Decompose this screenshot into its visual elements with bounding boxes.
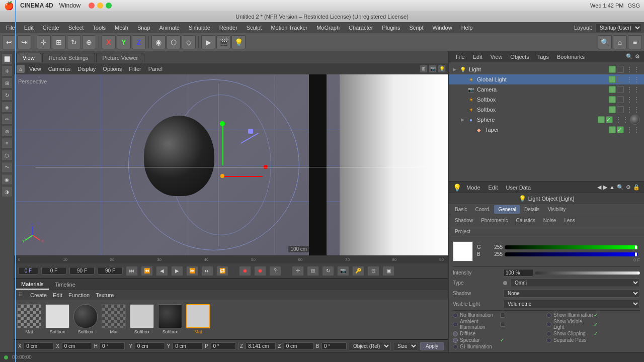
light-dots-icon[interactable]: ⋮⋮ — [626, 65, 640, 73]
global-light-dots-icon[interactable]: ⋮⋮ — [626, 75, 640, 83]
spline-tool[interactable]: 〜 — [2, 162, 13, 173]
props-tab-photometric[interactable]: Photometric — [477, 216, 512, 225]
viewport-menu-view[interactable]: View — [26, 65, 44, 73]
camera-btn[interactable]: 📷 — [337, 266, 349, 276]
om-tab-file[interactable]: File — [453, 53, 468, 61]
obj-row-softbox-1[interactable]: ☀ Softbox ⋮⋮ — [449, 95, 644, 105]
play-forward-button[interactable]: ▶ — [171, 266, 183, 276]
color-b-value[interactable]: 255 — [485, 251, 503, 257]
play-button[interactable]: ▶ — [201, 35, 215, 49]
expand-arrow-light[interactable]: ▶ — [453, 67, 459, 72]
maximize-button[interactable] — [106, 3, 112, 9]
props-tab-project[interactable]: Project — [451, 227, 474, 236]
sphere-render-toggle[interactable]: ✓ — [606, 116, 613, 123]
x-axis-btn[interactable]: X — [102, 35, 116, 49]
shape-tool[interactable]: ◈ — [2, 102, 13, 113]
sphere-vis-toggle[interactable] — [598, 116, 605, 123]
color-swatch[interactable] — [453, 241, 473, 261]
obj-row-sphere[interactable]: ▶ ● Sphere ✓ ⋮⋮ — [449, 115, 644, 125]
menu-render[interactable]: Render — [215, 24, 242, 32]
viewport-menu-filter[interactable]: Filter — [126, 65, 144, 73]
props-nav-next[interactable]: ▶ — [603, 184, 607, 191]
color-b-slider[interactable] — [505, 252, 638, 256]
move-tool[interactable]: ✛ — [37, 35, 51, 49]
softbox2-render-toggle[interactable] — [617, 106, 624, 113]
rot-b-input[interactable] — [321, 342, 347, 350]
menu-plugins[interactable]: Plugins — [378, 24, 404, 32]
light-render-toggle[interactable] — [617, 66, 624, 73]
props-lock-icon[interactable]: 🔒 — [633, 184, 640, 191]
menu-simulate[interactable]: Simulate — [185, 24, 214, 32]
paint-tool[interactable]: ✏ — [2, 114, 13, 125]
obj-row-camera[interactable]: 📷 Camera ⋮⋮ — [449, 84, 644, 95]
scale-tool-btn[interactable]: ⊞ — [2, 77, 13, 88]
playhead[interactable] — [15, 255, 16, 263]
props-tab-visibility[interactable]: Visibility — [544, 205, 570, 214]
viewport-home-icon[interactable]: ⌂ — [16, 64, 25, 73]
material-softbox-1[interactable]: Softbox — [44, 304, 70, 334]
size-y-input[interactable] — [173, 342, 203, 350]
taper-dots-icon[interactable]: ⋮⋮ — [626, 126, 640, 134]
om-tab-edit[interactable]: Edit — [470, 53, 486, 61]
x-axis-handle[interactable] — [222, 176, 263, 177]
camera-render-toggle[interactable] — [617, 86, 624, 93]
y-handle-tip[interactable] — [220, 121, 225, 126]
move-btn[interactable]: ✛ — [292, 266, 304, 276]
no-illumination-radio[interactable] — [453, 313, 458, 318]
menu-tools[interactable]: Tools — [89, 24, 110, 32]
obj-row-softbox-2[interactable]: ☀ Softbox ⋮⋮ — [449, 105, 644, 115]
obj-row-taper[interactable]: ◆ Taper ✓ ⋮⋮ — [449, 125, 644, 135]
size-z-input[interactable] — [284, 342, 314, 350]
props-tab-shadow[interactable]: Shadow — [451, 216, 477, 225]
menu-sculpt[interactable]: Sculpt — [243, 24, 266, 32]
separate-pass-radio[interactable] — [546, 338, 551, 343]
layout-dropdown[interactable]: Startup (User) — [595, 24, 642, 32]
om-tab-tags[interactable]: Tags — [534, 53, 552, 61]
coord-system-dropdown[interactable]: Object (Rel) — [349, 342, 391, 350]
rotate-btn[interactable]: ↻ — [322, 266, 334, 276]
brush-tool[interactable]: ◉ — [2, 174, 13, 185]
go-to-end-button[interactable]: ⏭ — [201, 266, 213, 276]
obj-row-light[interactable]: ▶ 💡 Light ⋮⋮ — [449, 64, 644, 74]
pos-y-input[interactable] — [135, 342, 165, 350]
menu-help[interactable]: Help — [457, 24, 477, 32]
select-rect-tool[interactable]: ⬜ — [2, 53, 13, 64]
menu-mesh[interactable]: Mesh — [111, 24, 132, 32]
props-tab-mode[interactable]: Mode — [463, 184, 484, 192]
z-handle-tip[interactable] — [248, 129, 253, 134]
scale-btn[interactable]: ⊞ — [307, 266, 319, 276]
size-system-dropdown[interactable]: Size — [393, 342, 418, 350]
home-icon[interactable]: ⌂ — [613, 35, 627, 49]
tab-picture-viewer[interactable]: Picture Viewer — [96, 53, 145, 62]
props-tab-user-data[interactable]: User Data — [503, 184, 534, 192]
rotate-tool[interactable]: ↻ — [67, 35, 81, 49]
props-nav-up[interactable]: ▲ — [609, 184, 615, 191]
props-tab-lens[interactable]: Lens — [560, 216, 579, 225]
camera-vis-toggle[interactable] — [609, 86, 616, 93]
undo-button[interactable]: ↩ — [2, 35, 16, 49]
material-mat-1[interactable]: Mat — [16, 304, 42, 334]
props-search-icon[interactable]: 🔍 — [617, 184, 624, 191]
show-visible-radio[interactable] — [546, 322, 551, 327]
scale-tool[interactable]: ⊞ — [52, 35, 66, 49]
loop-button[interactable]: 🔁 — [216, 266, 228, 276]
viewport-menu-cameras[interactable]: Cameras — [45, 65, 74, 73]
softbox2-vis-toggle[interactable] — [609, 106, 616, 113]
window-menu[interactable]: Window — [59, 2, 81, 9]
props-nav-prev[interactable]: ◀ — [597, 184, 601, 191]
global-light-vis-toggle[interactable] — [609, 76, 616, 83]
taper-render-toggle[interactable]: ✓ — [617, 126, 624, 133]
origin-handle[interactable] — [220, 174, 224, 178]
props-tab-details[interactable]: Details — [520, 205, 544, 214]
menu-motion-tracker[interactable]: Motion Tracker — [267, 24, 311, 32]
play-backward-button[interactable]: ◀ — [156, 266, 168, 276]
show-clipping-radio[interactable] — [546, 331, 551, 336]
viewport-menu-panel[interactable]: Panel — [145, 65, 166, 73]
rot-h-input[interactable] — [100, 342, 125, 350]
object-mode[interactable]: ◉ — [151, 35, 166, 49]
rotate-tool-btn[interactable]: ↻ — [2, 89, 13, 101]
tab-render-settings[interactable]: Render Settings — [42, 53, 95, 62]
viewport-menu-options[interactable]: Options — [100, 65, 125, 73]
render-region-btn[interactable]: ▣ — [382, 266, 394, 276]
rot-p-input[interactable] — [211, 342, 236, 350]
